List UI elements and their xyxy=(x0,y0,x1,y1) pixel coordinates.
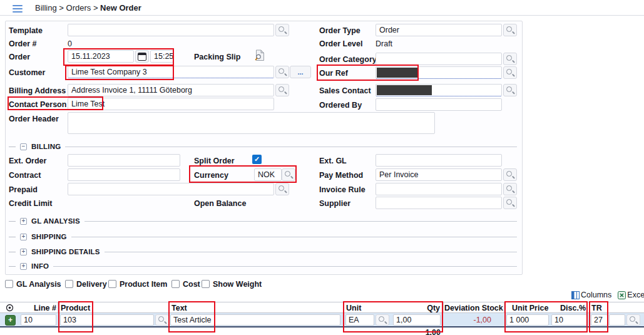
template-input[interactable] xyxy=(68,24,274,36)
expand-icon[interactable] xyxy=(20,263,27,270)
contact-person-input[interactable]: Lime Test xyxy=(68,98,274,110)
order-category-input[interactable] xyxy=(376,53,502,65)
prepaid-input[interactable] xyxy=(68,183,274,195)
tr-cell-input[interactable]: 27 xyxy=(591,314,608,326)
billing-address-input[interactable]: Address Invoice 1, 11111 Göteborg xyxy=(68,84,274,96)
unit-cell-input[interactable]: EA xyxy=(345,314,374,326)
col-header-text[interactable]: Text xyxy=(171,304,187,312)
show-weight-checkbox[interactable] xyxy=(202,280,210,288)
template-search-button[interactable] xyxy=(275,24,289,36)
expand-icon[interactable] xyxy=(20,249,27,255)
product-cell-input[interactable]: 103 xyxy=(60,314,154,326)
ext-order-label: Ext. Order xyxy=(9,157,46,165)
extra-search-button[interactable] xyxy=(626,314,640,326)
col-header-qty[interactable]: Qty xyxy=(393,304,440,312)
unit-price-cell-input[interactable]: 1 000 xyxy=(506,314,549,326)
invoice-rule-label: Invoice Rule xyxy=(319,185,365,194)
invoice-rule-search-button[interactable] xyxy=(503,183,517,195)
order-date-input[interactable]: 15.11.2023 xyxy=(68,50,134,63)
col-header-product[interactable]: Product xyxy=(61,304,90,312)
breadcrumb: Billing > Orders > New Order xyxy=(35,3,141,13)
supplier-input[interactable] xyxy=(376,197,502,209)
gl-analysis-toggle-label: GL Analysis xyxy=(16,280,61,289)
billing-address-search-button[interactable] xyxy=(275,84,289,96)
ext-order-input[interactable] xyxy=(68,154,180,167)
prepaid-label: Prepaid xyxy=(9,185,38,194)
text-cell-input[interactable]: Test Article xyxy=(170,314,340,326)
search-icon xyxy=(506,26,514,34)
invoice-rule-input[interactable] xyxy=(376,183,502,195)
pay-method-search-button[interactable] xyxy=(503,168,517,181)
col-header-unit[interactable]: Unit xyxy=(346,304,361,312)
collapse-icon[interactable] xyxy=(20,143,27,150)
customer-input[interactable]: Lime Test Company 3 xyxy=(68,66,274,78)
section-dash xyxy=(9,237,16,237)
excel-icon xyxy=(618,291,626,299)
expand-icon[interactable] xyxy=(20,218,27,225)
sales-contact-redaction xyxy=(377,85,432,95)
col-header-disc[interactable]: Disc.% xyxy=(551,304,586,312)
customer-more-button[interactable]: ... xyxy=(290,66,311,78)
contract-input[interactable] xyxy=(68,168,180,181)
row-selector-icon[interactable] xyxy=(6,304,14,312)
order-category-search-button[interactable] xyxy=(503,53,517,65)
search-icon xyxy=(278,26,287,34)
search-icon xyxy=(278,86,287,95)
col-header-unit-price[interactable]: Unit Price xyxy=(512,304,548,312)
order-time-input[interactable]: 15:25 xyxy=(150,50,173,63)
expand-icon[interactable] xyxy=(20,234,27,240)
grid-actions: Columns Excel xyxy=(571,291,644,299)
currency-input[interactable]: NOK xyxy=(254,168,282,181)
customer-search-button[interactable] xyxy=(275,66,289,78)
our-ref-search-button[interactable] xyxy=(503,66,517,79)
customer-label: Customer xyxy=(9,68,45,77)
packing-slip-label: Packing Slip xyxy=(194,53,240,61)
add-line-button[interactable] xyxy=(5,315,16,326)
cost-checkbox[interactable] xyxy=(171,280,180,288)
ordered-by-label: Ordered By xyxy=(319,101,362,110)
packing-slip-preview-icon[interactable] xyxy=(254,49,265,61)
unit-search-button[interactable] xyxy=(376,314,389,326)
gl-analysis-checkbox[interactable] xyxy=(5,280,13,288)
pay-method-label: Pay Method xyxy=(319,171,363,180)
section-billing: BILLING xyxy=(9,143,517,150)
delivery-checkbox[interactable] xyxy=(65,280,73,288)
section-dash xyxy=(9,266,16,267)
order-type-search-button[interactable] xyxy=(503,24,517,36)
grid-column-separator xyxy=(443,302,444,312)
search-icon xyxy=(506,170,514,179)
supplier-search-button[interactable] xyxy=(503,197,517,209)
search-icon xyxy=(278,185,287,193)
order-date-picker-button[interactable] xyxy=(135,50,149,63)
columns-button[interactable]: Columns xyxy=(571,291,611,299)
section-shipping: SHIPPING xyxy=(9,233,517,240)
order-category-label: Order Category xyxy=(319,55,377,64)
pay-method-input[interactable]: Per Invoice xyxy=(376,168,502,181)
sales-contact-search-button[interactable] xyxy=(503,84,517,96)
breadcrumb-orders[interactable]: Orders xyxy=(66,3,91,13)
order-header-textarea[interactable] xyxy=(68,112,435,134)
ext-gl-input[interactable] xyxy=(376,154,502,167)
breadcrumb-billing[interactable]: Billing xyxy=(35,3,57,13)
ordered-by-input[interactable] xyxy=(376,98,502,111)
col-header-line[interactable]: Line # xyxy=(19,304,56,312)
order-type-input[interactable]: Order xyxy=(376,24,502,36)
line-number-cell-input[interactable]: 10 xyxy=(21,314,56,326)
col-header-tr[interactable]: TR xyxy=(591,304,602,312)
order-type-label: Order Type xyxy=(319,26,360,35)
disc-cell-input[interactable]: 10 xyxy=(551,314,587,326)
split-order-checkbox[interactable] xyxy=(252,155,262,164)
prepaid-search-button[interactable] xyxy=(275,183,289,195)
col-header-deviation-stock[interactable]: Deviation Stock xyxy=(444,304,499,312)
excel-button[interactable]: Excel xyxy=(618,291,644,299)
show-weight-toggle-label: Show Weight xyxy=(213,280,262,289)
hamburger-menu-icon[interactable] xyxy=(13,5,23,13)
qty-cell-input[interactable]: 1,00 xyxy=(393,314,441,326)
columns-icon xyxy=(571,291,580,299)
order-entry-screen: Billing > Orders > New Order Template Or… xyxy=(0,0,644,335)
product-search-button[interactable] xyxy=(155,314,169,326)
product-item-checkbox[interactable] xyxy=(108,280,116,288)
extra-cell-input[interactable] xyxy=(609,314,625,326)
breadcrumb-separator: > xyxy=(59,3,64,13)
currency-search-button[interactable] xyxy=(282,168,295,181)
